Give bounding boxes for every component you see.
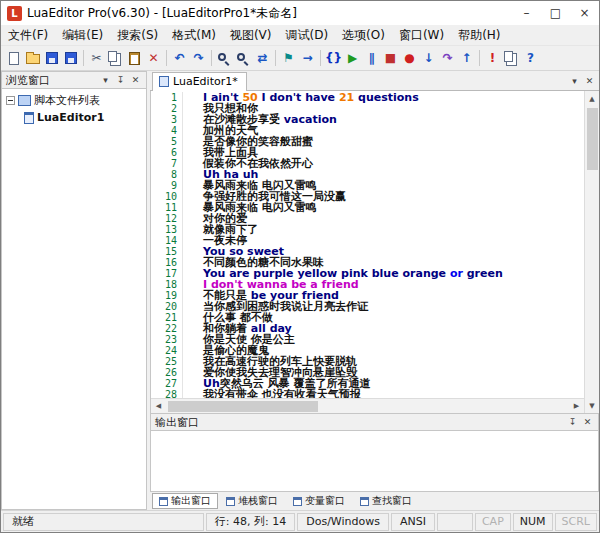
delete-icon[interactable]: ✕ [144, 48, 163, 68]
scrollbar-thumb[interactable] [168, 401, 318, 412]
menu-item[interactable]: 调试(D) [279, 25, 336, 46]
help-icon: ? [527, 52, 534, 64]
scroll-left-icon[interactable]: ◀ [151, 399, 166, 414]
cut-icon[interactable]: ✂ [87, 48, 106, 68]
menu-item[interactable]: 编辑(E) [55, 25, 110, 46]
breakpoint-icon[interactable]: ● [400, 48, 419, 68]
bookmark-icon: ⚑ [283, 52, 294, 64]
new-file-icon [9, 52, 19, 65]
step-into-icon: ↓ [423, 52, 433, 64]
line-number: 21 [151, 312, 183, 323]
paste-icon[interactable] [125, 48, 144, 68]
editor-tab-bar: LuaEditor1* ▾ ✕ [150, 71, 599, 91]
toolbar-separator [83, 50, 84, 66]
line-number: 15 [151, 246, 183, 257]
delete-icon: ✕ [148, 52, 158, 64]
save-icon[interactable] [42, 48, 61, 68]
open-file-icon [26, 54, 40, 64]
step-over-icon[interactable]: ↷ [438, 48, 457, 68]
goto-line-icon: → [302, 52, 312, 64]
main-area: 浏览窗口 ▾ ↧ ✕ 脚本文件列表 LuaEditor1 [1, 71, 599, 510]
step-out-icon[interactable]: ↑ [457, 48, 476, 68]
replace-icon[interactable]: ⇄ [253, 48, 272, 68]
run-icon[interactable]: ▶ [343, 48, 362, 68]
redo-icon: ↷ [193, 52, 203, 64]
line-number: 3 [151, 114, 183, 125]
toolbar-separator [320, 50, 321, 66]
vertical-scrollbar[interactable]: ▲ ▼ [584, 91, 599, 413]
syntax-check-icon[interactable]: {} [324, 48, 343, 68]
editor-tab[interactable]: LuaEditor1* [152, 72, 247, 91]
bottom-tab[interactable]: 查找窗口 [353, 493, 419, 509]
scroll-right-icon[interactable]: ▶ [569, 399, 584, 414]
tree-item-label: LuaEditor1 [37, 111, 104, 124]
menu-item[interactable]: 视图(V) [223, 25, 279, 46]
tab-close-icon[interactable]: ✕ [583, 74, 596, 87]
collapse-icon[interactable] [6, 96, 15, 105]
status-scrl: SCRL [555, 513, 597, 531]
horizontal-scrollbar[interactable]: ◀ ▶ [151, 398, 584, 413]
step-into-icon[interactable]: ↓ [419, 48, 438, 68]
browse-panel-header: 浏览窗口 ▾ ↧ ✕ [1, 71, 147, 89]
pin-icon[interactable]: ↧ [566, 416, 579, 429]
pin-icon[interactable]: ↧ [114, 74, 127, 87]
line-number: 17 [151, 268, 183, 279]
tree-root-label: 脚本文件列表 [34, 93, 100, 108]
tree-item[interactable]: LuaEditor1 [2, 109, 146, 126]
stop-icon[interactable]: ■ [381, 48, 400, 68]
window-title: LuaEditor Pro(v6.30) - [LuaEditorPro1*未命… [27, 5, 297, 22]
close-button[interactable]: × [570, 1, 599, 25]
bottom-tab-label: 变量窗口 [305, 494, 345, 508]
menu-item[interactable]: 窗口(W) [392, 25, 451, 46]
close-icon[interactable]: ✕ [129, 74, 142, 87]
maximize-button[interactable]: □ [541, 1, 570, 25]
line-number: 6 [151, 147, 183, 158]
bookmark-icon[interactable]: ⚑ [279, 48, 298, 68]
scrollbar-thumb[interactable] [587, 108, 598, 170]
tab-list-icon[interactable]: ▾ [568, 74, 581, 87]
chevron-down-icon[interactable]: ▾ [99, 74, 112, 87]
close-icon[interactable]: ✕ [581, 416, 594, 429]
find-icon[interactable] [215, 48, 234, 68]
menu-item[interactable]: 搜索(S) [110, 25, 165, 46]
output-panel-body [150, 431, 599, 492]
error-list-icon[interactable]: ! [483, 48, 502, 68]
status-encoding: ANSI [391, 513, 435, 531]
toolbar: ✂✕↶↷⇄⚑→{}▶∥■●↓↷↑!? [1, 45, 599, 71]
pause-icon[interactable]: ∥ [362, 48, 381, 68]
bottom-tab[interactable]: 堆栈窗口 [219, 493, 285, 509]
menu-item[interactable]: 文件(F) [1, 25, 55, 46]
save-all-icon[interactable] [61, 48, 80, 68]
minimize-button[interactable]: – [512, 1, 541, 25]
line-number: 12 [151, 213, 183, 224]
menu-item[interactable]: 格式(M) [165, 25, 223, 46]
scroll-up-icon[interactable]: ▲ [585, 91, 600, 106]
open-file-icon[interactable] [23, 48, 42, 68]
output-panel-header: 输出窗口 ↧ ✕ [150, 413, 599, 431]
goto-line-icon[interactable]: → [298, 48, 317, 68]
scroll-down-icon[interactable]: ▼ [585, 398, 600, 413]
bottom-tab[interactable]: 变量窗口 [286, 493, 352, 509]
bottom-tab-bar: 输出窗口堆栈窗口变量窗口查找窗口 [150, 492, 599, 510]
bottom-tab[interactable]: 输出窗口 [152, 493, 218, 509]
status-bar: 就绪 行: 48, 列: 14 Dos/Windows ANSI CAP NUM… [1, 510, 599, 532]
line-number: 7 [151, 158, 183, 169]
window-cascade-icon[interactable] [502, 48, 521, 68]
redo-icon[interactable]: ↷ [189, 48, 208, 68]
menu-item[interactable]: 帮助(H) [451, 25, 507, 46]
line-number: 1 [151, 92, 183, 103]
tree-root[interactable]: 脚本文件列表 [2, 92, 146, 109]
status-ready: 就绪 [3, 513, 204, 531]
find-next-icon[interactable] [234, 48, 253, 68]
menu-item[interactable]: 选项(O) [335, 25, 392, 46]
line-number: 22 [151, 323, 183, 334]
new-file-icon[interactable] [4, 48, 23, 68]
copy-icon[interactable] [106, 48, 125, 68]
help-icon[interactable]: ? [521, 48, 540, 68]
undo-icon[interactable]: ↶ [170, 48, 189, 68]
line-number: 14 [151, 235, 183, 246]
save-icon [46, 52, 58, 64]
editor-lines[interactable]: 1I ain't 50 I don't have 21 questions2我只… [151, 91, 584, 398]
app-window: L LuaEditor Pro(v6.30) - [LuaEditorPro1*… [0, 0, 600, 533]
run-icon: ▶ [348, 52, 357, 64]
